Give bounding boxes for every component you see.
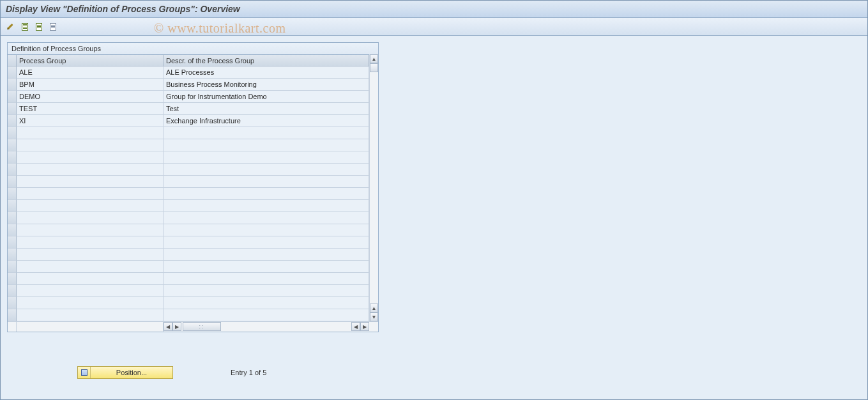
hscroll-corner xyxy=(8,321,17,332)
row-selector[interactable] xyxy=(8,309,17,321)
cell-process-group[interactable] xyxy=(17,151,164,164)
deselect-all-button[interactable] xyxy=(47,20,59,33)
row-selector[interactable] xyxy=(8,224,17,236)
cell-process-group[interactable] xyxy=(17,261,164,273)
cell-process-group[interactable] xyxy=(17,139,164,151)
data-grid: Process GroupDescr. of the Process Group… xyxy=(8,55,378,321)
cell-description[interactable] xyxy=(164,224,369,236)
cell-description[interactable]: ALE Processes xyxy=(164,66,369,79)
scroll-right-button[interactable]: ▶ xyxy=(172,322,181,331)
row-selector[interactable] xyxy=(8,176,17,188)
cell-process-group[interactable] xyxy=(17,273,164,285)
cell-description[interactable] xyxy=(164,176,369,188)
cell-description[interactable] xyxy=(164,249,369,261)
sheet-select-icon xyxy=(22,23,28,31)
cell-description[interactable] xyxy=(164,212,369,224)
scroll-right-end-button[interactable]: ▶ xyxy=(360,322,369,331)
cell-description[interactable] xyxy=(164,261,369,273)
toggle-change-mode-button[interactable] xyxy=(4,20,17,33)
cell-description[interactable] xyxy=(164,285,369,297)
select-block-button[interactable] xyxy=(33,20,45,33)
cell-process-group[interactable] xyxy=(17,249,164,261)
row-selector[interactable] xyxy=(8,273,17,285)
page-title: Display View "Definition of Process Grou… xyxy=(6,4,240,14)
cell-description[interactable] xyxy=(164,297,369,309)
cell-description[interactable] xyxy=(164,236,369,249)
position-icon xyxy=(78,367,91,378)
scroll-up-small-button[interactable]: ▲ xyxy=(370,304,378,312)
cell-description[interactable] xyxy=(164,164,369,176)
cell-process-group[interactable]: XI xyxy=(17,115,164,127)
cell-process-group[interactable] xyxy=(17,212,164,224)
row-selector[interactable] xyxy=(8,261,17,273)
row-selector[interactable] xyxy=(8,151,17,164)
column-header-description[interactable]: Descr. of the Process Group xyxy=(164,55,369,66)
position-button-label: Position... xyxy=(91,369,172,376)
cell-process-group[interactable]: BPM xyxy=(17,79,164,91)
row-selector[interactable] xyxy=(8,249,17,261)
toolbar xyxy=(1,18,867,36)
row-selector[interactable] xyxy=(8,297,17,309)
sheet-block-icon xyxy=(36,23,42,31)
cell-process-group[interactable] xyxy=(17,127,164,139)
content-area: Definition of Process Groups Process Gro… xyxy=(1,36,867,339)
cell-process-group[interactable]: ALE xyxy=(17,66,164,79)
horizontal-scroll-row: ◀ ▶ ◀ ▶ xyxy=(8,321,378,332)
cell-description[interactable] xyxy=(164,309,369,321)
scroll-thumb[interactable] xyxy=(183,322,221,331)
scroll-up-button[interactable]: ▲ xyxy=(370,54,378,63)
position-button[interactable]: Position... xyxy=(77,366,173,379)
title-bar: Display View "Definition of Process Grou… xyxy=(1,1,867,18)
cell-process-group[interactable] xyxy=(17,285,164,297)
cell-description[interactable] xyxy=(164,273,369,285)
cell-description[interactable]: Group for Instrumentation Demo xyxy=(164,91,369,103)
cell-process-group[interactable] xyxy=(17,164,164,176)
cell-process-group[interactable] xyxy=(17,200,164,212)
cell-description[interactable] xyxy=(164,200,369,212)
row-selector[interactable] xyxy=(8,236,17,249)
scroll-left-button[interactable]: ◀ xyxy=(164,322,172,331)
sheet-plain-icon xyxy=(50,23,56,31)
footer: Position... Entry 1 of 5 xyxy=(1,361,867,384)
cell-process-group[interactable] xyxy=(17,297,164,309)
select-all-button[interactable] xyxy=(19,20,31,33)
row-selector[interactable] xyxy=(8,91,17,103)
sap-window: Display View "Definition of Process Grou… xyxy=(1,1,867,399)
cell-description[interactable]: Exchange Infrastructure xyxy=(164,115,369,127)
row-selector[interactable] xyxy=(8,103,17,115)
cell-description[interactable] xyxy=(164,127,369,139)
row-selector[interactable] xyxy=(8,79,17,91)
row-selector[interactable] xyxy=(8,127,17,139)
cell-description[interactable] xyxy=(164,188,369,200)
row-selector[interactable] xyxy=(8,164,17,176)
vertical-scrollbar[interactable]: ▲ ▲ ▼ xyxy=(369,54,378,321)
cell-description[interactable]: Test xyxy=(164,103,369,115)
scroll-down-button[interactable]: ▼ xyxy=(370,312,378,321)
row-selector[interactable] xyxy=(8,188,17,200)
entry-counter: Entry 1 of 5 xyxy=(231,369,266,376)
cell-process-group[interactable]: DEMO xyxy=(17,91,164,103)
cell-process-group[interactable]: TEST xyxy=(17,103,164,115)
column-header-process-group[interactable]: Process Group xyxy=(17,55,164,66)
cell-description[interactable]: Business Process Monitoring xyxy=(164,79,369,91)
cell-process-group[interactable] xyxy=(17,188,164,200)
scroll-down-spacer xyxy=(370,63,378,72)
process-groups-panel: Definition of Process Groups Process Gro… xyxy=(7,42,379,332)
row-selector[interactable] xyxy=(8,212,17,224)
cell-process-group[interactable] xyxy=(17,309,164,321)
row-selector[interactable] xyxy=(8,200,17,212)
cell-description[interactable] xyxy=(164,139,369,151)
hscroll-spacer xyxy=(17,321,164,332)
row-selector[interactable] xyxy=(8,285,17,297)
cell-process-group[interactable] xyxy=(17,176,164,188)
cell-process-group[interactable] xyxy=(17,236,164,249)
scroll-left-end-button[interactable]: ◀ xyxy=(351,322,360,331)
row-selector[interactable] xyxy=(8,66,17,79)
cell-process-group[interactable] xyxy=(17,224,164,236)
row-selector[interactable] xyxy=(8,139,17,151)
cell-description[interactable] xyxy=(164,151,369,164)
row-selector[interactable] xyxy=(8,115,17,127)
hscroll-corner-right xyxy=(369,321,378,332)
panel-caption: Definition of Process Groups xyxy=(8,43,378,55)
horizontal-scrollbar[interactable]: ◀ ▶ ◀ ▶ xyxy=(164,321,369,332)
